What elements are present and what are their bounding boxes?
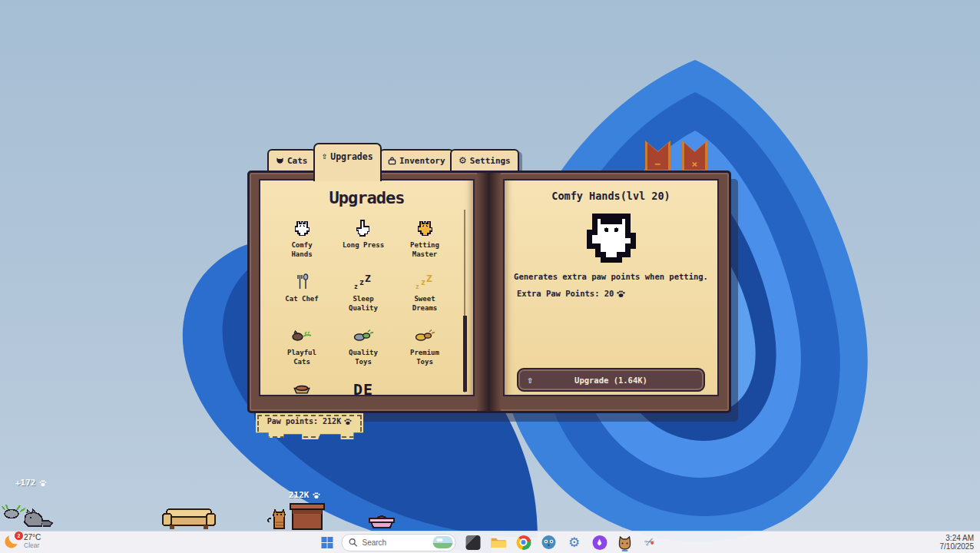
active-indicator [622, 550, 628, 552]
partial-heading-text: DE [353, 380, 373, 396]
gray-cat[interactable] [22, 508, 55, 530]
search-icon [349, 538, 358, 547]
gear-app-icon[interactable]: ⚙ [566, 533, 583, 551]
up-arrow-icon: ⇧ [527, 374, 533, 386]
tab-inventory-label: Inventory [399, 156, 445, 166]
tab-inventory[interactable]: Inventory [379, 149, 454, 172]
weather-widget[interactable]: 2 27°C Clear [5, 533, 41, 550]
notification-badge: 2 [15, 531, 23, 540]
tab-settings[interactable]: ⚙ Settings [450, 149, 519, 172]
svg-text:Z: Z [365, 273, 371, 284]
floating-points-text: +172 [15, 478, 36, 488]
weather-condition: Clear [24, 541, 41, 550]
paw-icon [344, 418, 352, 426]
clock-date: 7/10/2025 [940, 542, 975, 551]
gold-toys-icon [413, 323, 436, 348]
desktop: Cats ⇧ Upgrades Inventory ⚙ Settings − ×… [0, 0, 980, 553]
dark-app-icon[interactable] [465, 533, 482, 551]
tab-settings-label: Settings [470, 156, 511, 166]
purple-app-icon[interactable] [591, 533, 608, 551]
upgrade-item-cat-chef[interactable]: Cat Chef [271, 270, 333, 323]
upgrade-description: Generates extra paw points when petting. [505, 272, 717, 281]
tab-upgrades[interactable]: ⇧ Upgrades [313, 143, 382, 181]
svg-text:z: z [359, 278, 364, 286]
close-icon: × [682, 159, 707, 170]
taskbar-clock[interactable]: 3:24 AM 7/10/2025 [940, 534, 975, 551]
upgrade-item-premium-toys[interactable]: Premium Toys [394, 323, 455, 377]
inventory-bag-icon [388, 157, 396, 165]
gold-glove-icon [415, 216, 435, 240]
page-title: Upgrades [260, 188, 473, 207]
white-glove-icon [292, 216, 313, 240]
godot-icon[interactable] [541, 533, 558, 551]
file-explorer-icon[interactable] [490, 533, 507, 551]
tab-upgrades-label: Upgrades [330, 151, 372, 162]
upgrade-item-quality-toys[interactable]: Quality Toys [333, 323, 394, 377]
upgrade-button[interactable]: ⇧ Upgrade (1.64K) [517, 368, 705, 392]
svg-text:z: z [416, 283, 419, 290]
upgrade-stat: Extra Paw Points: 20 [517, 289, 625, 298]
upgrade-detail-page: Comfy Hands(lvl 20) Generates extra paw … [503, 179, 719, 396]
game-book-window: Upgrades Comfy Hands Long Press [247, 171, 731, 413]
tab-cats-label: Cats [287, 156, 308, 166]
floating-points: +172 [15, 478, 47, 488]
close-button[interactable]: × [682, 141, 707, 172]
search-placeholder: Search [363, 538, 429, 547]
cat-with-toy-icon [290, 323, 313, 348]
scrollbar-thumb[interactable] [463, 316, 467, 392]
svg-text:z: z [354, 283, 358, 290]
cutlery-icon [293, 270, 311, 294]
grid-spacer [394, 377, 455, 396]
cardboard-box[interactable] [289, 501, 326, 531]
search-input[interactable]: Search [342, 534, 456, 551]
paw-icon [617, 290, 625, 298]
upgrade-item-sweet-dreams[interactable]: zzZ Sweet Dreams [394, 270, 455, 323]
upgrade-item-sleep-quality[interactable]: zzZ Sleep Quality [333, 270, 394, 323]
tab-cats[interactable]: Cats [267, 149, 316, 172]
upgrade-item-long-press[interactable]: Long Press [333, 216, 394, 270]
zzz-icon: zzZ [353, 270, 374, 294]
upgrade-button-label: Upgrade (1.64K) [574, 376, 647, 385]
up-arrow-icon: ⇧ [322, 151, 327, 161]
cat-icon [276, 157, 284, 165]
cat-game-icon[interactable] [617, 533, 634, 551]
upgrade-stat-text: Extra Paw Points: 20 [517, 289, 614, 298]
taskbar-center: Search ⚙ ✂ [322, 531, 659, 553]
upgrade-detail-title: Comfy Hands(lvl 20) [505, 190, 717, 202]
paw-icon [313, 492, 320, 499]
food-bowl[interactable] [366, 512, 397, 531]
upgrade-grid: Comfy Hands Long Press Petting Master [271, 216, 455, 396]
upgrade-item-playful-cats[interactable]: Playful Cats [271, 323, 333, 377]
box-points: 212K [289, 490, 320, 500]
big-white-glove-icon [578, 205, 644, 271]
upgrade-item-comfy-hands[interactable]: Comfy Hands [271, 216, 333, 270]
gold-zzz-icon: zzZ [414, 270, 435, 294]
chrome-icon[interactable] [515, 533, 532, 551]
food-bowl-icon [292, 377, 312, 396]
book-spine [477, 173, 501, 411]
temperature: 27°C [24, 533, 41, 541]
upgrade-section-partial: DE [333, 377, 394, 396]
paw-icon [39, 479, 47, 487]
upgrade-item-partial[interactable] [271, 377, 333, 396]
gear-icon: ⚙ [459, 156, 467, 165]
couch[interactable] [161, 504, 217, 531]
paw-points-text: Paw points: 212K [267, 417, 341, 426]
clock-time: 3:24 AM [940, 534, 975, 542]
minimize-button[interactable]: − [645, 141, 670, 172]
pointer-hand-icon [353, 216, 373, 240]
box-points-text: 212K [289, 490, 310, 500]
upgrades-page: Upgrades Comfy Hands Long Press [259, 179, 475, 396]
moon-weather-icon: 2 [5, 534, 20, 549]
upgrade-item-petting-master[interactable]: Petting Master [394, 216, 455, 270]
toys-icon [352, 323, 375, 348]
minimize-icon: − [645, 159, 670, 170]
start-button[interactable] [322, 537, 333, 548]
scissors-app-icon[interactable]: ✂ [642, 533, 659, 551]
svg-text:z: z [421, 278, 425, 286]
svg-text:Z: Z [426, 273, 432, 284]
paw-points-label: Paw points: 212K [256, 413, 363, 439]
taskbar: 2 27°C Clear Search [0, 531, 980, 553]
search-highlight-thumbnail [433, 536, 453, 548]
